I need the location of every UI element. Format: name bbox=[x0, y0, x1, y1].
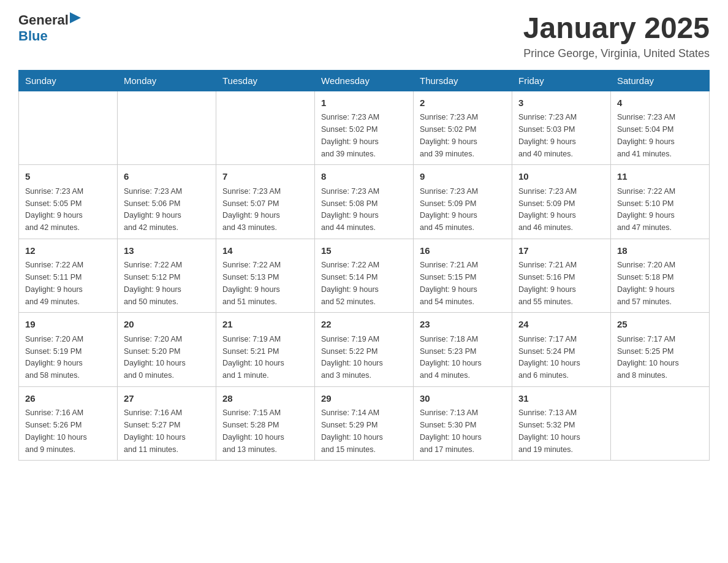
calendar-header-saturday: Saturday bbox=[611, 70, 710, 91]
day-number: 3 bbox=[518, 96, 604, 110]
day-number: 28 bbox=[222, 392, 308, 406]
calendar-header-thursday: Thursday bbox=[414, 70, 512, 91]
day-info: Sunrise: 7:22 AMSunset: 5:14 PMDaylight:… bbox=[321, 261, 379, 305]
calendar-week-4: 19Sunrise: 7:20 AMSunset: 5:19 PMDayligh… bbox=[19, 313, 710, 387]
day-number: 4 bbox=[617, 96, 703, 110]
day-info: Sunrise: 7:22 AMSunset: 5:13 PMDaylight:… bbox=[222, 261, 281, 305]
day-info: Sunrise: 7:23 AMSunset: 5:03 PMDaylight:… bbox=[518, 113, 577, 158]
day-info: Sunrise: 7:23 AMSunset: 5:06 PMDaylight:… bbox=[124, 187, 182, 232]
calendar-cell: 30Sunrise: 7:13 AMSunset: 5:30 PMDayligh… bbox=[414, 386, 512, 461]
calendar-cell: 17Sunrise: 7:21 AMSunset: 5:16 PMDayligh… bbox=[512, 239, 611, 313]
day-info: Sunrise: 7:17 AMSunset: 5:25 PMDaylight:… bbox=[617, 335, 679, 380]
day-number: 16 bbox=[420, 244, 506, 258]
calendar-week-3: 12Sunrise: 7:22 AMSunset: 5:11 PMDayligh… bbox=[19, 239, 710, 313]
calendar-cell: 4Sunrise: 7:23 AMSunset: 5:04 PMDaylight… bbox=[611, 91, 710, 165]
day-info: Sunrise: 7:22 AMSunset: 5:12 PMDaylight:… bbox=[124, 261, 182, 305]
day-info: Sunrise: 7:23 AMSunset: 5:09 PMDaylight:… bbox=[420, 187, 478, 232]
calendar-cell: 1Sunrise: 7:23 AMSunset: 5:02 PMDaylight… bbox=[315, 91, 414, 165]
day-number: 13 bbox=[124, 244, 210, 258]
day-info: Sunrise: 7:23 AMSunset: 5:08 PMDaylight:… bbox=[321, 187, 379, 232]
calendar-cell: 22Sunrise: 7:19 AMSunset: 5:22 PMDayligh… bbox=[315, 313, 414, 387]
day-number: 21 bbox=[222, 318, 308, 332]
day-info: Sunrise: 7:16 AMSunset: 5:26 PMDaylight:… bbox=[25, 408, 87, 453]
day-number: 10 bbox=[518, 170, 604, 184]
calendar-header-sunday: Sunday bbox=[19, 70, 118, 91]
day-info: Sunrise: 7:23 AMSunset: 5:04 PMDaylight:… bbox=[617, 113, 675, 158]
day-number: 5 bbox=[25, 170, 111, 184]
day-info: Sunrise: 7:14 AMSunset: 5:29 PMDaylight:… bbox=[321, 408, 383, 453]
calendar-week-1: 1Sunrise: 7:23 AMSunset: 5:02 PMDaylight… bbox=[19, 91, 710, 165]
calendar-cell bbox=[611, 386, 710, 461]
calendar-cell: 5Sunrise: 7:23 AMSunset: 5:05 PMDaylight… bbox=[19, 165, 118, 239]
calendar-header-friday: Friday bbox=[512, 70, 611, 91]
calendar-cell: 18Sunrise: 7:20 AMSunset: 5:18 PMDayligh… bbox=[611, 239, 710, 313]
day-info: Sunrise: 7:23 AMSunset: 5:07 PMDaylight:… bbox=[222, 187, 281, 232]
day-info: Sunrise: 7:23 AMSunset: 5:05 PMDaylight:… bbox=[25, 187, 83, 232]
day-info: Sunrise: 7:19 AMSunset: 5:21 PMDaylight:… bbox=[222, 335, 284, 380]
day-info: Sunrise: 7:13 AMSunset: 5:30 PMDaylight:… bbox=[420, 408, 482, 453]
calendar-header-row: SundayMondayTuesdayWednesdayThursdayFrid… bbox=[19, 70, 710, 91]
day-info: Sunrise: 7:23 AMSunset: 5:09 PMDaylight:… bbox=[518, 187, 577, 232]
calendar-cell: 21Sunrise: 7:19 AMSunset: 5:21 PMDayligh… bbox=[216, 313, 315, 387]
calendar-cell: 6Sunrise: 7:23 AMSunset: 5:06 PMDaylight… bbox=[118, 165, 216, 239]
day-number: 8 bbox=[321, 170, 407, 184]
day-info: Sunrise: 7:23 AMSunset: 5:02 PMDaylight:… bbox=[321, 113, 379, 158]
day-number: 15 bbox=[321, 244, 407, 258]
day-info: Sunrise: 7:20 AMSunset: 5:19 PMDaylight:… bbox=[25, 335, 83, 380]
day-number: 9 bbox=[420, 170, 506, 184]
day-info: Sunrise: 7:21 AMSunset: 5:16 PMDaylight:… bbox=[518, 261, 577, 305]
location-title: Prince George, Virginia, United States bbox=[523, 47, 710, 60]
calendar-header-monday: Monday bbox=[118, 70, 216, 91]
day-number: 29 bbox=[321, 392, 407, 406]
calendar-cell: 12Sunrise: 7:22 AMSunset: 5:11 PMDayligh… bbox=[19, 239, 118, 313]
calendar-cell: 31Sunrise: 7:13 AMSunset: 5:32 PMDayligh… bbox=[512, 386, 611, 461]
calendar-cell: 26Sunrise: 7:16 AMSunset: 5:26 PMDayligh… bbox=[19, 386, 118, 461]
calendar-cell: 29Sunrise: 7:14 AMSunset: 5:29 PMDayligh… bbox=[315, 386, 414, 461]
day-info: Sunrise: 7:23 AMSunset: 5:02 PMDaylight:… bbox=[420, 113, 478, 158]
month-title: January 2025 bbox=[523, 12, 710, 45]
day-number: 19 bbox=[25, 318, 111, 332]
day-info: Sunrise: 7:19 AMSunset: 5:22 PMDaylight:… bbox=[321, 335, 383, 380]
calendar-cell: 14Sunrise: 7:22 AMSunset: 5:13 PMDayligh… bbox=[216, 239, 315, 313]
calendar-header-tuesday: Tuesday bbox=[216, 70, 315, 91]
logo: General Blue bbox=[18, 12, 81, 44]
day-number: 31 bbox=[518, 392, 604, 406]
svg-marker-0 bbox=[70, 12, 81, 23]
day-number: 18 bbox=[617, 244, 703, 258]
logo-blue: Blue bbox=[18, 28, 48, 44]
calendar-cell: 10Sunrise: 7:23 AMSunset: 5:09 PMDayligh… bbox=[512, 165, 611, 239]
day-number: 25 bbox=[617, 318, 703, 332]
calendar-cell: 19Sunrise: 7:20 AMSunset: 5:19 PMDayligh… bbox=[19, 313, 118, 387]
calendar-cell: 28Sunrise: 7:15 AMSunset: 5:28 PMDayligh… bbox=[216, 386, 315, 461]
calendar-cell bbox=[118, 91, 216, 165]
day-number: 1 bbox=[321, 96, 407, 110]
day-info: Sunrise: 7:20 AMSunset: 5:20 PMDaylight:… bbox=[124, 335, 186, 380]
calendar-cell: 27Sunrise: 7:16 AMSunset: 5:27 PMDayligh… bbox=[118, 386, 216, 461]
calendar-cell: 7Sunrise: 7:23 AMSunset: 5:07 PMDaylight… bbox=[216, 165, 315, 239]
day-number: 27 bbox=[124, 392, 210, 406]
day-number: 22 bbox=[321, 318, 407, 332]
day-number: 17 bbox=[518, 244, 604, 258]
calendar-cell bbox=[19, 91, 118, 165]
day-info: Sunrise: 7:20 AMSunset: 5:18 PMDaylight:… bbox=[617, 261, 675, 305]
calendar-table: SundayMondayTuesdayWednesdayThursdayFrid… bbox=[18, 70, 710, 461]
day-info: Sunrise: 7:16 AMSunset: 5:27 PMDaylight:… bbox=[124, 408, 186, 453]
day-number: 11 bbox=[617, 170, 703, 184]
day-number: 20 bbox=[124, 318, 210, 332]
day-info: Sunrise: 7:18 AMSunset: 5:23 PMDaylight:… bbox=[420, 335, 482, 380]
logo-arrow-icon bbox=[70, 12, 81, 23]
day-info: Sunrise: 7:22 AMSunset: 5:11 PMDaylight:… bbox=[25, 261, 83, 305]
day-number: 26 bbox=[25, 392, 111, 406]
day-info: Sunrise: 7:22 AMSunset: 5:10 PMDaylight:… bbox=[617, 187, 675, 232]
calendar-cell: 2Sunrise: 7:23 AMSunset: 5:02 PMDaylight… bbox=[414, 91, 512, 165]
day-number: 7 bbox=[222, 170, 308, 184]
calendar-cell bbox=[216, 91, 315, 165]
title-block: January 2025 Prince George, Virginia, Un… bbox=[523, 12, 710, 60]
calendar-cell: 23Sunrise: 7:18 AMSunset: 5:23 PMDayligh… bbox=[414, 313, 512, 387]
calendar-cell: 13Sunrise: 7:22 AMSunset: 5:12 PMDayligh… bbox=[118, 239, 216, 313]
calendar-week-5: 26Sunrise: 7:16 AMSunset: 5:26 PMDayligh… bbox=[19, 386, 710, 461]
calendar-cell: 15Sunrise: 7:22 AMSunset: 5:14 PMDayligh… bbox=[315, 239, 414, 313]
calendar-cell: 16Sunrise: 7:21 AMSunset: 5:15 PMDayligh… bbox=[414, 239, 512, 313]
day-info: Sunrise: 7:21 AMSunset: 5:15 PMDaylight:… bbox=[420, 261, 478, 305]
calendar-week-2: 5Sunrise: 7:23 AMSunset: 5:05 PMDaylight… bbox=[19, 165, 710, 239]
